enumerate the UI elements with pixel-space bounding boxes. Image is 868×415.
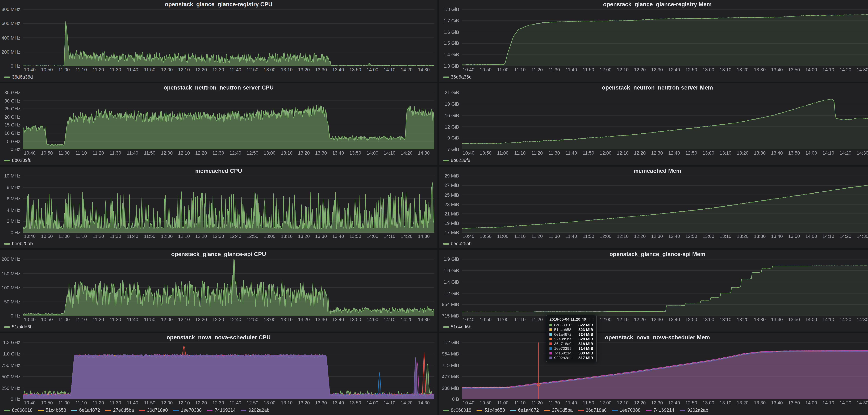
y-tick-label: 0 Hz	[10, 147, 20, 152]
plot-glance-api-mem[interactable]	[462, 259, 868, 316]
legend-swatch	[476, 410, 482, 411]
panel-title-memcached-cpu[interactable]: memcached CPU	[0, 166, 437, 175]
x-tick-label: 10:40	[24, 67, 36, 72]
x-tick-label: 13:20	[737, 151, 749, 156]
y-tick-label: 238 MiB	[442, 385, 459, 391]
y-tick-label: 750 MHz	[2, 363, 20, 368]
series-51c4dd6b	[462, 266, 868, 316]
x-tick-label: 11:40	[566, 234, 577, 239]
panel-title-glance-api-cpu[interactable]: openstack_glance_glance-api CPU	[0, 250, 437, 258]
legend-item-9202a2ab[interactable]: 9202a2ab	[679, 408, 708, 413]
legend-item-6e1a4872[interactable]: 6e1a4872	[71, 408, 100, 413]
panel-title-nova-scheduler-cpu[interactable]: openstack_nova_nova-scheduler CPU	[0, 333, 437, 342]
x-tick-label: 14:20	[401, 317, 413, 322]
panel-title-glance-registry-mem[interactable]: openstack_glance_glance-registry Mem	[439, 0, 868, 8]
x-tick-label: 11:10	[514, 401, 526, 406]
legend-item-36d718a0[interactable]: 36d718a0	[578, 408, 607, 413]
panel-title-neutron-server-cpu[interactable]: openstack_neutron_neutron-server CPU	[0, 83, 437, 92]
x-tick-label: 13:40	[332, 67, 344, 72]
legend-item-36d6a36d[interactable]: 36d6a36d	[443, 74, 472, 79]
legend-item-27e0d5ba[interactable]: 27e0d5ba	[105, 408, 134, 413]
x-tick-label: 12:40	[229, 67, 241, 72]
plot-neutron-server-cpu[interactable]	[23, 93, 434, 149]
panel-title-neutron-server-mem[interactable]: openstack_neutron_neutron-server Mem	[439, 83, 868, 92]
x-tick-label: 14:00	[805, 317, 817, 322]
panel-title-glance-api-mem[interactable]: openstack_glance_glance-api Mem	[439, 250, 868, 258]
x-tick-label: 11:30	[110, 234, 121, 239]
legend-label: 9202a2ab	[687, 408, 708, 413]
legend-label: 8c068018	[451, 408, 471, 413]
legend-item-beeb25ab[interactable]: beeb25ab	[443, 241, 472, 246]
x-tick-label: 12:30	[651, 317, 663, 322]
legend-item-51c4dd6b[interactable]: 51c4dd6b	[443, 324, 471, 330]
plot-glance-registry-mem[interactable]	[462, 9, 868, 66]
x-tick-label: 13:50	[788, 401, 800, 406]
legend-item-36d6a36d[interactable]: 36d6a36d	[4, 74, 33, 79]
x-axis: 10:4010:5011:0011:1011:2011:3011:4011:50…	[23, 151, 434, 157]
legend-item-1ee70388[interactable]: 1ee70388	[612, 408, 641, 413]
x-tick-label: 13:00	[264, 401, 276, 406]
x-tick-label: 11:20	[93, 234, 104, 239]
legend-item-8c068018[interactable]: 8c068018	[4, 408, 33, 413]
legend-item-6e1a4872[interactable]: 6e1a4872	[510, 408, 539, 413]
legend-item-8b0239f8[interactable]: 8b0239f8	[443, 158, 470, 163]
series-8b0239f8	[23, 105, 434, 149]
tooltip-series-value: 322 MiB	[575, 323, 593, 327]
x-tick-label: 14:10	[823, 317, 834, 322]
y-axis: 29 MiB27 MiB25 MiB23 MiB21 MiB19 MiB17 M…	[441, 176, 462, 233]
legend-item-8c068018[interactable]: 8c068018	[443, 408, 471, 413]
y-tick-label: 150 MHz	[2, 271, 20, 276]
plot-neutron-server-mem[interactable]	[462, 93, 868, 149]
legend-item-51c4b658[interactable]: 51c4b658	[38, 408, 66, 413]
tooltip-series-value: 324 MiB	[575, 332, 593, 337]
tooltip-row: 6e1a4872:324 MiB	[550, 332, 593, 337]
plot-glance-registry-cpu[interactable]	[23, 9, 434, 66]
plot-glance-api-cpu[interactable]	[23, 259, 434, 316]
series-beeb25ab	[462, 185, 868, 233]
x-axis: 10:4010:5011:0011:1011:2011:3011:4011:50…	[462, 401, 868, 407]
y-tick-label: 1.6 GiB	[443, 268, 459, 273]
legend-item-51c4dd6b[interactable]: 51c4dd6b	[4, 324, 33, 330]
panel-memcached-cpu: memcached CPU10 MHz8 MHz6 MHz4 MHz2 MHz0…	[0, 166, 437, 248]
x-tick-label: 13:40	[771, 317, 783, 322]
x-tick-label: 13:30	[315, 401, 327, 406]
legend-item-1ee70388[interactable]: 1ee70388	[173, 408, 202, 413]
plot-memcached-mem[interactable]	[462, 176, 868, 233]
y-tick-label: 25 MiB	[444, 192, 459, 198]
legend-item-74169214[interactable]: 74169214	[646, 408, 674, 413]
legend-item-36d718a0[interactable]: 36d718a0	[139, 408, 168, 413]
legend-item-51c4b658[interactable]: 51c4b658	[476, 408, 505, 413]
legend-item-8b0239f8[interactable]: 8b0239f8	[4, 158, 32, 163]
legend-item-27e0d5ba[interactable]: 27e0d5ba	[544, 408, 573, 413]
x-tick-label: 11:40	[127, 234, 138, 239]
x-tick-label: 11:40	[566, 401, 577, 406]
x-tick-label: 14:10	[384, 401, 396, 406]
x-tick-label: 13:20	[737, 317, 749, 322]
tooltip-row: 8c068018:322 MiB	[550, 323, 593, 327]
panel-nova-scheduler-mem: openstack_nova_nova-scheduler Mem1.2 GiB…	[439, 333, 868, 415]
y-tick-label: 30 GHz	[4, 98, 20, 103]
x-tick-label: 12:20	[195, 317, 207, 322]
legend-item-74169214[interactable]: 74169214	[207, 408, 236, 413]
y-tick-label: 250 MHz	[2, 385, 20, 391]
panel-title-glance-registry-cpu[interactable]: openstack_glance_glance-registry CPU	[0, 0, 437, 8]
x-tick-label: 13:20	[298, 151, 310, 156]
y-tick-label: 27 MiB	[444, 183, 459, 188]
x-tick-label: 11:40	[127, 151, 138, 156]
x-tick-label: 12:00	[161, 401, 173, 406]
x-tick-label: 11:50	[144, 317, 155, 322]
y-tick-label: 400 MHz	[2, 35, 20, 40]
legend-swatch	[646, 410, 651, 411]
plot-nova-scheduler-cpu[interactable]	[23, 343, 434, 400]
plot-memcached-cpu[interactable]	[23, 176, 434, 233]
legend-label: 27e0d5ba	[113, 408, 134, 413]
plot-nova-scheduler-mem[interactable]	[462, 343, 868, 400]
legend-item-9202a2ab[interactable]: 9202a2ab	[241, 408, 270, 413]
panel-title-memcached-mem[interactable]: memcached Mem	[439, 166, 868, 175]
x-tick-label: 13:30	[315, 317, 327, 322]
tooltip-series-name: 51c4b658:	[554, 327, 572, 332]
legend-item-beeb25ab[interactable]: beeb25ab	[4, 241, 33, 246]
x-tick-label: 13:50	[349, 234, 361, 239]
dashboard-grid: openstack_glance_glance-registry CPU800 …	[0, 0, 868, 415]
panel-title-nova-scheduler-mem[interactable]: openstack_nova_nova-scheduler Mem	[439, 333, 868, 342]
